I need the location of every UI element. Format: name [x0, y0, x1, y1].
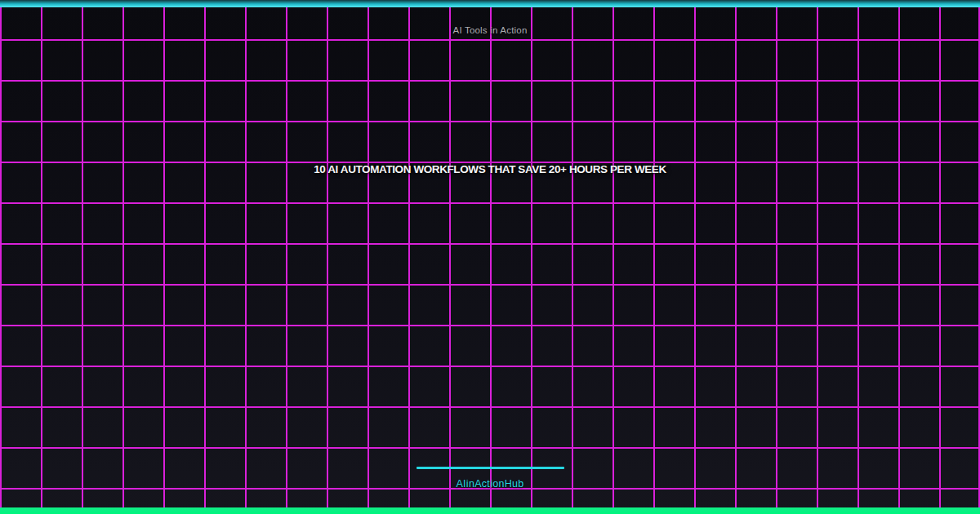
main-title: 10 AI AUTOMATION WORKFLOWS THAT SAVE 20+… [0, 163, 980, 175]
top-accent-bar [0, 0, 980, 7]
brand-name: AIinActionHub [0, 478, 980, 490]
neon-grid-background [0, 0, 980, 514]
promo-banner: AI Tools in Action 10 AI AUTOMATION WORK… [0, 0, 980, 514]
brand-underline-rule [416, 467, 564, 469]
bottom-accent-bar [0, 507, 980, 514]
kicker-label: AI Tools in Action [0, 25, 980, 35]
